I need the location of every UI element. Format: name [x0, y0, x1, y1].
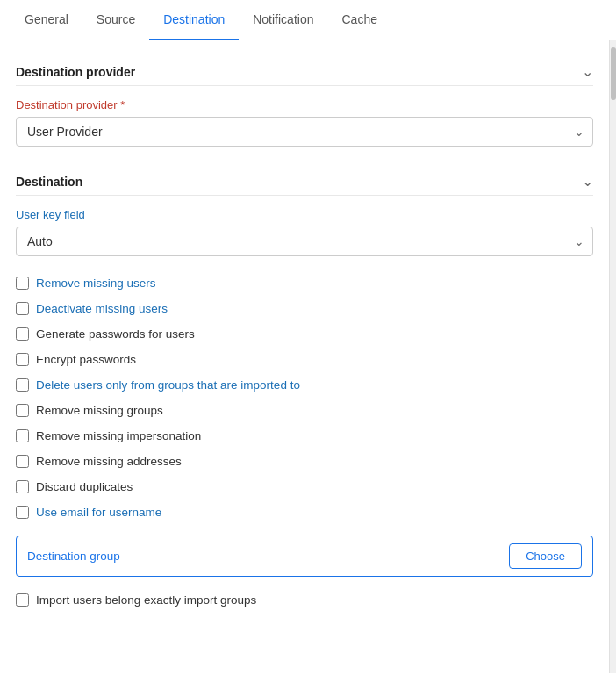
- discard-duplicates-checkbox[interactable]: [16, 480, 29, 493]
- deactivate-missing-users-label[interactable]: Deactivate missing users: [36, 302, 168, 315]
- remove-missing-impersonation-label[interactable]: Remove missing impersonation: [36, 429, 201, 442]
- generate-passwords-checkbox[interactable]: [16, 327, 29, 341]
- checkbox-encrypt-passwords: Encrypt passwords: [16, 347, 593, 372]
- destination-section-header: Destination ⌄: [16, 164, 593, 196]
- remove-missing-groups-checkbox[interactable]: [16, 404, 29, 417]
- remove-missing-groups-label[interactable]: Remove missing groups: [36, 404, 163, 417]
- destination-provider-title: Destination provider: [16, 65, 135, 79]
- scrollbar[interactable]: [609, 40, 616, 673]
- checkbox-use-email-username: Use email for username: [16, 500, 593, 525]
- use-email-username-checkbox[interactable]: [16, 506, 29, 519]
- checkbox-remove-missing-addresses: Remove missing addresses: [16, 449, 593, 474]
- user-key-select-wrapper: Auto ⌄: [16, 227, 593, 256]
- encrypt-passwords-label[interactable]: Encrypt passwords: [36, 353, 136, 366]
- checkbox-deactivate-missing-users: Deactivate missing users: [16, 296, 593, 321]
- remove-missing-users-label[interactable]: Remove missing users: [36, 277, 156, 290]
- checkbox-discard-duplicates: Discard duplicates: [16, 474, 593, 500]
- user-key-field-label: User key field: [16, 208, 593, 221]
- checkbox-delete-users-groups: Delete users only from groups that are i…: [16, 372, 593, 398]
- remove-missing-addresses-checkbox[interactable]: [16, 455, 29, 468]
- checkbox-generate-passwords: Generate passwords for users: [16, 321, 593, 347]
- use-email-username-label[interactable]: Use email for username: [36, 506, 161, 519]
- remove-missing-users-checkbox[interactable]: [16, 277, 29, 290]
- tab-source[interactable]: Source: [82, 0, 149, 40]
- destination-provider-field-label: Destination provider *: [16, 98, 593, 111]
- user-key-select[interactable]: Auto: [16, 227, 593, 256]
- deactivate-missing-users-checkbox[interactable]: [16, 302, 29, 315]
- discard-duplicates-label[interactable]: Discard duplicates: [36, 480, 133, 493]
- destination-section-title: Destination: [16, 175, 82, 189]
- destination-group-label: Destination group: [27, 550, 502, 563]
- destination-section-chevron-icon: ⌄: [582, 173, 593, 190]
- scroll-container: Destination provider ⌄ Destination provi…: [0, 40, 616, 673]
- delete-users-groups-checkbox[interactable]: [16, 378, 29, 392]
- destination-provider-header: Destination provider ⌄: [16, 54, 593, 86]
- destination-provider-section: Destination provider ⌄ Destination provi…: [16, 54, 593, 147]
- tab-general[interactable]: General: [11, 0, 82, 40]
- encrypt-passwords-checkbox[interactable]: [16, 353, 29, 366]
- tab-bar: General Source Destination Notification …: [0, 0, 616, 40]
- remove-missing-addresses-label[interactable]: Remove missing addresses: [36, 455, 182, 468]
- tab-destination[interactable]: Destination: [149, 0, 239, 40]
- choose-button[interactable]: Choose: [509, 543, 582, 569]
- delete-users-groups-label[interactable]: Delete users only from groups that are i…: [36, 378, 300, 392]
- checkbox-remove-missing-impersonation: Remove missing impersonation: [16, 423, 593, 449]
- scrollbar-thumb[interactable]: [611, 47, 616, 100]
- destination-provider-select[interactable]: User Provider: [16, 117, 593, 147]
- checkbox-import-exactly: Import users belong exactly import group…: [16, 587, 593, 613]
- checkbox-remove-missing-groups: Remove missing groups: [16, 398, 593, 423]
- tab-cache[interactable]: Cache: [327, 0, 390, 40]
- generate-passwords-label[interactable]: Generate passwords for users: [36, 327, 195, 341]
- remove-missing-impersonation-checkbox[interactable]: [16, 429, 29, 442]
- tab-notification[interactable]: Notification: [239, 0, 327, 40]
- destination-provider-select-wrapper: User Provider ⌄: [16, 117, 593, 147]
- import-exactly-label[interactable]: Import users belong exactly import group…: [36, 593, 256, 607]
- checkbox-remove-missing-users: Remove missing users: [16, 270, 593, 296]
- destination-group-row: Destination group Choose: [16, 536, 593, 577]
- import-exactly-checkbox[interactable]: [16, 593, 29, 607]
- destination-provider-chevron-icon: ⌄: [582, 63, 593, 80]
- destination-section: Destination ⌄ User key field Auto ⌄ Remo…: [16, 164, 593, 613]
- main-content: Destination provider ⌄ Destination provi…: [0, 40, 609, 673]
